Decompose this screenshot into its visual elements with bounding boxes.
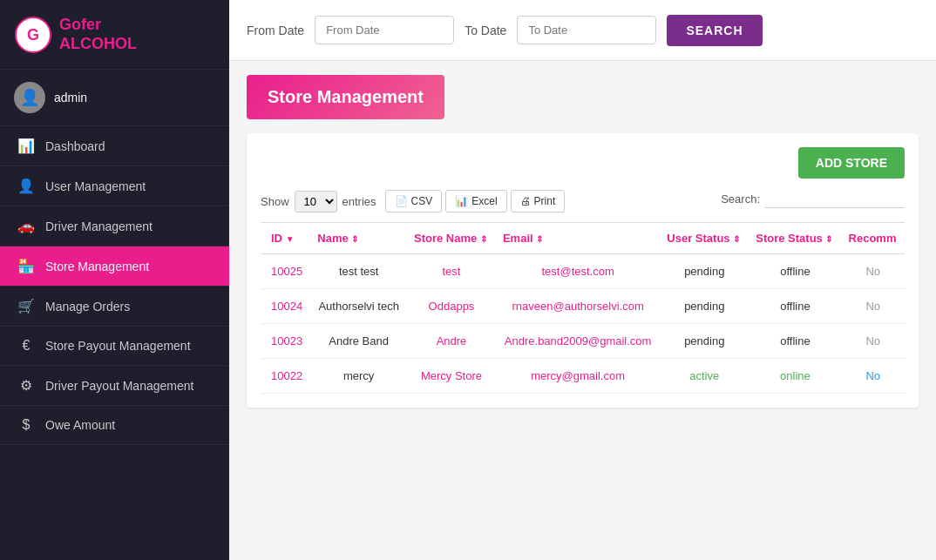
sidebar-user: 👤 admin	[0, 70, 229, 126]
sidebar: G Gofer ALCOHOL 👤 admin 📊 Dashboard 👤 Us…	[0, 0, 229, 560]
store-icon: 🏪	[17, 258, 35, 274]
sidebar-item-owe-amount[interactable]: $ Owe Amount	[0, 406, 229, 445]
cell-user-status: pending	[660, 324, 749, 359]
sidebar-item-label: Dashboard	[45, 139, 105, 153]
dollar-icon: $	[17, 417, 35, 433]
cell-id: 10023	[261, 324, 310, 359]
cell-user-status: pending	[660, 254, 749, 289]
search-button[interactable]: SEARCH	[667, 15, 762, 46]
col-id: ID ▼	[261, 223, 310, 254]
col-recommended: Recomm	[842, 223, 905, 254]
col-store-status: Store Status ⇕	[749, 223, 841, 254]
entries-select[interactable]: 10 25 50	[295, 191, 337, 213]
col-store-name: Store Name ⇕	[407, 223, 496, 254]
sidebar-item-dashboard[interactable]: 📊 Dashboard	[0, 126, 229, 166]
search-row: Search:	[721, 189, 905, 208]
sidebar-item-label: Driver Payout Management	[45, 379, 193, 393]
user-icon: 👤	[17, 178, 35, 194]
cell-user-status: pending	[660, 289, 749, 324]
add-store-button[interactable]: ADD STORE	[798, 147, 905, 179]
cell-name: mercy	[310, 359, 407, 394]
car-icon: 🚗	[17, 218, 35, 234]
cell-store-name: Mercy Store	[407, 359, 496, 394]
cell-store-status: offline	[749, 254, 841, 289]
cell-name: test test	[310, 254, 407, 289]
sidebar-logo: G Gofer ALCOHOL	[0, 0, 229, 70]
table-row: 10025 test test test test@test.com pendi…	[261, 254, 905, 289]
cell-store-name: Oddapps	[407, 289, 496, 324]
cell-store-name: test	[407, 254, 496, 289]
table-container: ADD STORE Show 10 25 50 entries	[247, 133, 919, 408]
excel-icon: 📊	[455, 195, 468, 207]
cell-id: 10022	[261, 359, 310, 394]
cell-store-status: offline	[749, 324, 841, 359]
sidebar-item-driver-payout[interactable]: ⚙ Driver Payout Management	[0, 366, 229, 406]
show-label: Show	[261, 195, 289, 208]
sidebar-item-label: Manage Orders	[45, 300, 130, 314]
print-button[interactable]: 🖨 Print	[511, 190, 566, 213]
sidebar-nav: 📊 Dashboard 👤 User Management 🚗 Driver M…	[0, 126, 229, 560]
logo-icon: G	[14, 16, 52, 54]
cell-user-status: active	[660, 359, 749, 394]
csv-button[interactable]: 📄 CSV	[385, 190, 443, 213]
sidebar-item-label: Store Payout Management	[45, 339, 191, 353]
col-name: Name ⇕	[310, 223, 407, 254]
cell-recommended: No	[842, 324, 905, 359]
euro-icon: €	[17, 338, 35, 354]
data-table: ID ▼ Name ⇕ Store Name ⇕ Email ⇕ User St…	[261, 222, 905, 394]
content-area: Store Management ADD STORE Show 10 25 50	[229, 61, 936, 560]
col-email: Email ⇕	[496, 223, 660, 254]
orders-icon: 🛒	[17, 298, 35, 314]
col-user-status: User Status ⇕	[660, 223, 749, 254]
logo-text: Gofer ALCOHOL	[59, 16, 137, 53]
svg-text:G: G	[27, 26, 39, 44]
cell-recommended: No	[842, 289, 905, 324]
cell-id: 10025	[261, 254, 310, 289]
table-row: 10022 mercy Mercy Store mercy@gmail.com …	[261, 359, 905, 394]
cell-id: 10024	[261, 289, 310, 324]
sidebar-item-label: Owe Amount	[45, 418, 115, 432]
table-controls: Show 10 25 50 entries 📄 CSV	[261, 189, 905, 213]
cell-email: Andre.band2009@gmail.com	[496, 324, 660, 359]
cell-email: test@test.com	[496, 254, 660, 289]
entries-label: entries	[343, 195, 376, 208]
search-label: Search:	[721, 192, 760, 206]
from-date-input[interactable]	[315, 16, 454, 44]
sidebar-item-manage-orders[interactable]: 🛒 Manage Orders	[0, 287, 229, 327]
table-row: 10024 Authorselvi tech Oddapps rnaveen@a…	[261, 289, 905, 324]
main-content: From Date To Date SEARCH Store Managemen…	[229, 0, 936, 560]
topbar: From Date To Date SEARCH	[229, 0, 936, 61]
avatar: 👤	[14, 82, 45, 113]
to-date-label: To Date	[465, 24, 506, 37]
sidebar-item-label: User Management	[45, 179, 146, 193]
cell-name: Andre Band	[310, 324, 407, 359]
sidebar-item-user-management[interactable]: 👤 User Management	[0, 166, 229, 206]
cell-store-status: online	[749, 359, 841, 394]
table-row: 10023 Andre Band Andre Andre.band2009@gm…	[261, 324, 905, 359]
cell-name: Authorselvi tech	[310, 289, 407, 324]
sidebar-item-store-payout[interactable]: € Store Payout Management	[0, 327, 229, 366]
dashboard-icon: 📊	[17, 138, 35, 154]
cell-email: mercy@gmail.com	[496, 359, 660, 394]
cell-email: rnaveen@authorselvi.com	[496, 289, 660, 324]
cell-store-status: offline	[749, 289, 841, 324]
show-entries: Show 10 25 50 entries	[261, 191, 376, 213]
sidebar-item-driver-management[interactable]: 🚗 Driver Management	[0, 206, 229, 246]
table-top-bar: ADD STORE	[261, 147, 905, 179]
to-date-input[interactable]	[517, 16, 656, 44]
page-title: Store Management	[247, 75, 444, 119]
export-buttons: 📄 CSV 📊 Excel 🖨 Print	[385, 190, 566, 213]
cell-recommended: No	[842, 254, 905, 289]
table-search-input[interactable]	[765, 189, 905, 208]
username-label: admin	[54, 91, 87, 105]
print-icon: 🖨	[520, 195, 531, 207]
excel-button[interactable]: 📊 Excel	[445, 190, 506, 213]
from-date-label: From Date	[247, 24, 304, 37]
sidebar-item-label: Store Management	[45, 260, 149, 273]
cell-recommended: No	[842, 359, 905, 394]
cell-store-name: Andre	[407, 324, 496, 359]
sidebar-item-label: Driver Management	[45, 219, 153, 233]
csv-icon: 📄	[395, 195, 408, 207]
driver-payout-icon: ⚙	[17, 377, 35, 394]
sidebar-item-store-management[interactable]: 🏪 Store Management	[0, 246, 229, 287]
